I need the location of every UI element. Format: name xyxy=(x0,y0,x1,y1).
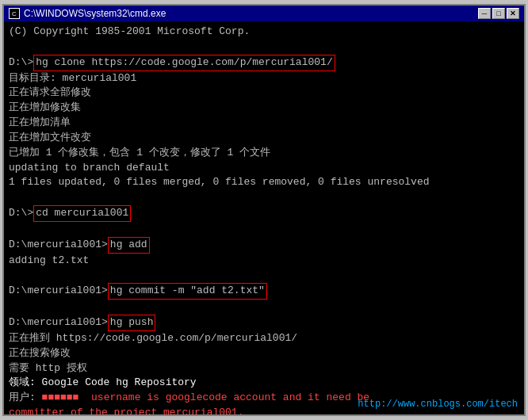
window-title: C:\WINDOWS\system32\cmd.exe xyxy=(24,8,166,19)
window-icon: C xyxy=(9,8,20,19)
minimize-button[interactable]: ─ xyxy=(478,8,491,19)
username-redacted: ■■■■■■ xyxy=(42,391,79,403)
cmd-line-hg-add: D:\mercurial001>hg add xyxy=(9,237,519,254)
blank-line-1 xyxy=(9,40,519,55)
output-adding-manifest: 正在增加清单 xyxy=(9,116,519,131)
output-searching: 正在搜索修改 xyxy=(9,346,519,361)
blank-line-2 xyxy=(9,190,519,205)
output-adding-files: 正在增加文件改变 xyxy=(9,131,519,146)
terminal-area: (C) Copyright 1985-2001 Microsoft Corp. … xyxy=(4,21,524,414)
username-comment: username is googlecode account and it ne… xyxy=(91,391,369,403)
cmd-highlight-clone: hg clone https://code.google.com/p/mercu… xyxy=(33,55,335,71)
cmd-line-clone: D:\>hg clone https://code.google.com/p/m… xyxy=(9,55,519,71)
cmd-line-commit: D:\mercurial001>hg commit -m "add t2.txt… xyxy=(9,283,519,300)
output-target: 目标目录: mercurial001 xyxy=(9,71,519,86)
output-adding-t2: adding t2.txt xyxy=(9,254,519,269)
cmd-highlight-commit: hg commit -m "add t2.txt" xyxy=(108,283,267,300)
blank-line-4 xyxy=(9,269,519,284)
cmd-window: C C:\WINDOWS\system32\cmd.exe ─ □ ✕ (C) … xyxy=(2,4,526,416)
cmd-highlight-cd: cd mercurial001 xyxy=(33,205,131,222)
copyright-line: (C) Copyright 1985-2001 Microsoft Corp. xyxy=(9,25,519,40)
blank-line-5 xyxy=(9,300,519,315)
blank-line-3 xyxy=(9,222,519,237)
title-bar: C C:\WINDOWS\system32\cmd.exe ─ □ ✕ xyxy=(4,6,524,21)
blog-link: http://www.cnblogs.com/itech xyxy=(358,399,518,410)
output-pushing: 正在推到 https://code.google.com/p/mercurial… xyxy=(9,331,519,346)
title-buttons: ─ □ ✕ xyxy=(478,8,519,19)
cmd-line-cd: D:\>cd mercurial001 xyxy=(9,205,519,222)
cmd-highlight-hg-add: hg add xyxy=(108,237,150,254)
cmd-line-push: D:\mercurial001>hg push xyxy=(9,315,519,331)
close-button[interactable]: ✕ xyxy=(507,8,519,19)
output-files-updated: 1 files updated, 0 files merged, 0 files… xyxy=(9,175,519,190)
comment2-text: committer of the project mercurial001. xyxy=(9,407,243,414)
output-http-auth: 需要 http 授权 xyxy=(9,361,519,376)
output-request: 正在请求全部修改 xyxy=(9,86,519,101)
title-bar-left: C C:\WINDOWS\system32\cmd.exe xyxy=(9,8,166,19)
output-adding-cs: 正在增加修改集 xyxy=(9,101,519,116)
cmd-highlight-push: hg push xyxy=(108,315,156,331)
maximize-button[interactable]: □ xyxy=(492,8,505,19)
output-added: 已增加 1 个修改集，包含 1 个改变，修改了 1 个文件 xyxy=(9,146,519,161)
output-updating: updating to branch default xyxy=(9,161,519,176)
output-realm: 领域: Google Code hg Repository xyxy=(9,376,519,391)
